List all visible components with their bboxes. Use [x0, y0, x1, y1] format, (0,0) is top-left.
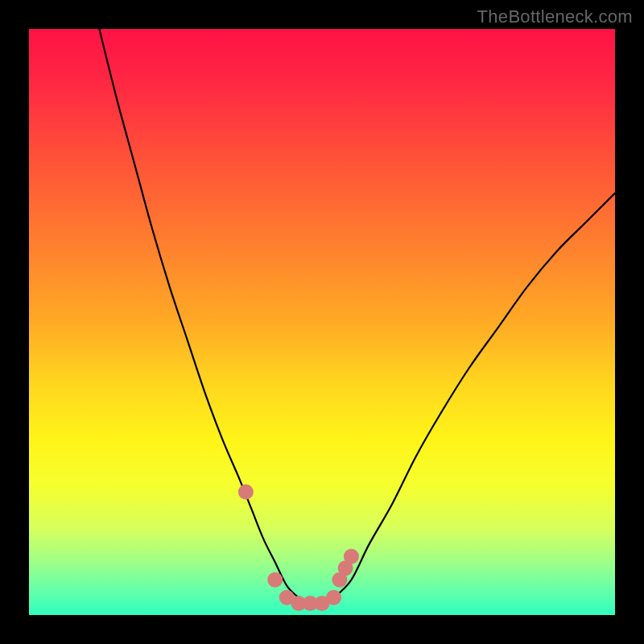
- highlight-dot: [344, 549, 359, 564]
- curve-overlay: [29, 29, 615, 615]
- highlight-dot: [238, 485, 254, 500]
- bottleneck-curve: [99, 29, 615, 604]
- watermark-text: TheBottleneck.com: [477, 6, 633, 27]
- plot-area: [29, 29, 615, 615]
- highlight-dot: [326, 590, 341, 605]
- highlight-dot: [267, 572, 283, 588]
- chart-frame: TheBottleneck.com: [0, 0, 644, 644]
